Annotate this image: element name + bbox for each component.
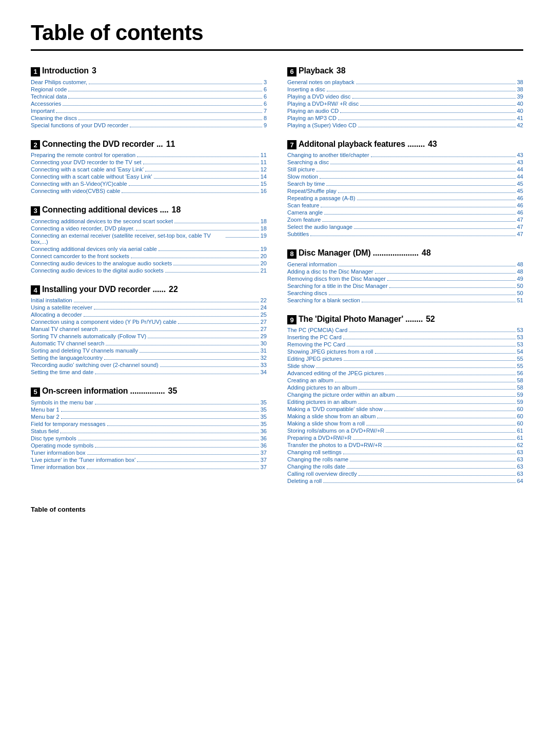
- toc-page: 58: [517, 384, 523, 391]
- toc-entry-text: Making a slide show from an album: [287, 413, 375, 419]
- toc-entry-text: 'Live picture' in the 'Tuner information…: [31, 457, 135, 463]
- left-column: 1Introduction3Dear Philips customer,3Reg…: [31, 66, 267, 495]
- toc-dots: [129, 185, 259, 186]
- toc-entry: Changing the picture order within an alb…: [287, 392, 523, 398]
- toc-page: 46: [517, 195, 523, 201]
- section-number: 8: [287, 249, 296, 259]
- section-title: Installing your DVD recorder ......: [42, 285, 166, 294]
- toc-entry: Symbols in the menu bar35: [31, 399, 267, 405]
- toc-entry-text: The PC (PCMCIA) Card: [287, 327, 347, 333]
- toc-entry: Operating mode symbols36: [31, 442, 267, 449]
- toc-dots: [137, 461, 259, 462]
- toc-entry-text: Setting the language/country: [31, 355, 103, 361]
- toc-dots: [87, 469, 259, 469]
- toc-dots: [78, 120, 262, 120]
- toc-page: 63: [517, 456, 523, 462]
- toc-entry: Automatic TV channel search30: [31, 340, 267, 346]
- toc-dots: [375, 353, 516, 354]
- toc-dots: [343, 339, 516, 339]
- section-number: 7: [287, 140, 296, 149]
- section-header: 8Disc Manager (DM) .....................…: [287, 248, 523, 258]
- toc-entry: Special functions of your DVD recorder9: [31, 122, 267, 128]
- toc-section: 4Installing your DVD recorder ......22In…: [31, 285, 267, 376]
- toc-page: 58: [517, 377, 523, 383]
- toc-page: 21: [261, 267, 267, 274]
- toc-entry-text: Dear Philips customer,: [31, 79, 87, 85]
- toc-entry: Cleaning the discs8: [31, 115, 267, 121]
- toc-page: 55: [517, 356, 523, 362]
- toc-page: 19: [261, 246, 267, 252]
- toc-entry-text: Connect camcorder to the front sockets: [31, 253, 129, 259]
- toc-entry-text: Search by time: [287, 181, 325, 187]
- toc-dots: [397, 396, 516, 397]
- toc-entry-text: Cleaning the discs: [31, 115, 77, 121]
- toc-page: 30: [261, 340, 267, 346]
- toc-dots: [145, 171, 259, 171]
- toc-page: 35: [261, 414, 267, 420]
- toc-page: 63: [517, 463, 523, 470]
- section-number: 6: [287, 67, 296, 76]
- toc-entry-text: Repeat/Shuffle play: [287, 188, 337, 194]
- section-number: 1: [31, 67, 40, 76]
- toc-page: 33: [261, 362, 267, 368]
- toc-page: 61: [517, 435, 523, 441]
- toc-page: 25: [261, 312, 267, 318]
- toc-entry: Advanced editing of the JPEG pictures56: [287, 370, 523, 376]
- toc-entry: Status field36: [31, 428, 267, 434]
- toc-entry: Editing pictures in an album59: [287, 399, 523, 405]
- section-number: 3: [31, 206, 40, 216]
- toc-section: 1Introduction3Dear Philips customer,3Reg…: [31, 66, 267, 128]
- toc-entry: Adding pictures to an album58: [287, 384, 523, 391]
- toc-entry: Connecting with an S-Video(Y/C)cable15: [31, 181, 267, 187]
- toc-dots: [63, 105, 262, 106]
- title-rule: [31, 49, 523, 51]
- toc-dots: [377, 418, 515, 418]
- toc-entry-text: Deleting a roll: [287, 478, 322, 484]
- toc-entry: Menu bar 235: [31, 414, 267, 420]
- toc-dots: [350, 461, 516, 461]
- toc-entry-text: Adding pictures to an album: [287, 384, 357, 391]
- toc-entry-text: Connecting with an S-Video(Y/C)cable: [31, 181, 127, 187]
- toc-dots: [326, 185, 515, 186]
- toc-entry: Preparing the remote control for operati…: [31, 152, 267, 158]
- toc-dots: [106, 345, 259, 345]
- toc-entry-text: Changing the rolls date: [287, 463, 345, 470]
- toc-entry-text: Adding a disc to the Disc Manager: [287, 268, 373, 275]
- section-page: 48: [422, 248, 431, 258]
- toc-entry-text: Playing an MP3 CD: [287, 115, 337, 121]
- toc-dots: [343, 454, 516, 454]
- toc-dots: [160, 366, 259, 367]
- toc-entry: Setting the time and date34: [31, 369, 267, 375]
- toc-entry-text: Playing an audio CD: [287, 108, 339, 114]
- toc-entry: Changing the rolls name63: [287, 456, 523, 462]
- toc-entry: Connection using a component video (Y Pb…: [31, 319, 267, 325]
- toc-page: 63: [517, 449, 523, 455]
- toc-page: 36: [261, 435, 267, 441]
- toc-section: 9The 'Digital Photo Manager' ........52T…: [287, 315, 523, 484]
- toc-entry-text: Showing JPEG pictures from a roll: [287, 348, 373, 355]
- toc-entry-text: Connecting additional devices only via a…: [31, 246, 157, 252]
- toc-entry: Sorting TV channels automatically (Follo…: [31, 333, 267, 339]
- toc-entry-text: Connecting with a scart cable without 'E…: [31, 173, 152, 180]
- toc-entry: Accessories6: [31, 101, 267, 107]
- toc-page: 60: [517, 406, 523, 412]
- section-page: 52: [426, 315, 435, 324]
- toc-entry: Connecting audio devices to the analogue…: [31, 260, 267, 266]
- section-page: 3: [92, 66, 96, 75]
- toc-entry-text: Preparing a DVD+RW/+R: [287, 435, 351, 441]
- toc-entry-text: Status field: [31, 428, 58, 434]
- toc-entry: Slide show55: [287, 363, 523, 369]
- toc-entry: Scan feature46: [287, 202, 523, 208]
- toc-page: 44: [517, 173, 523, 180]
- toc-dots: [330, 164, 515, 164]
- toc-entry: Changing to another title/chapter43: [287, 152, 523, 158]
- toc-dots: [387, 280, 516, 281]
- toc-page: 62: [517, 442, 523, 448]
- toc-entry-text: Operating mode symbols: [31, 442, 93, 449]
- toc-dots: [84, 316, 259, 317]
- toc-page: 53: [517, 341, 523, 347]
- toc-dots: [347, 346, 516, 346]
- toc-page: 15: [261, 181, 267, 187]
- toc-entry: Deleting a roll64: [287, 478, 523, 484]
- toc-entry: Changing roll settings63: [287, 449, 523, 455]
